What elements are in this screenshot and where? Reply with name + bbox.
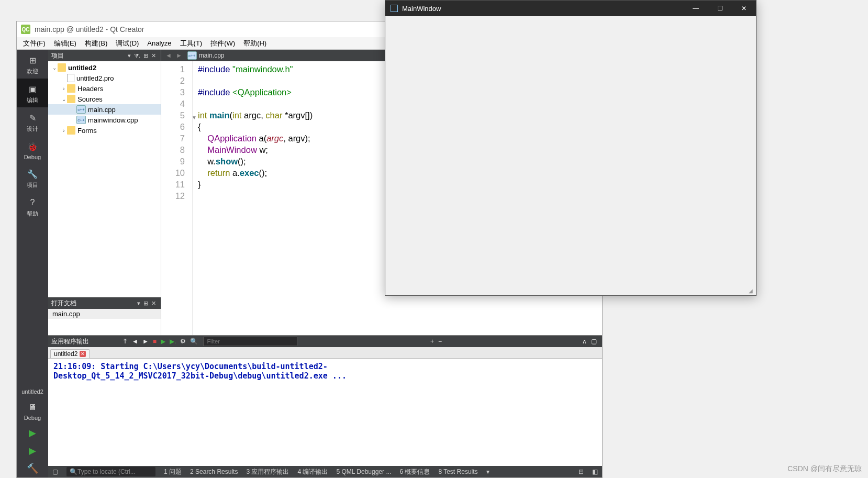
expand-icon[interactable]: › (61, 128, 67, 134)
mode-design-label: 设计 (17, 125, 48, 133)
expand-icon[interactable]: › (61, 86, 67, 92)
sidebar-toggle-icon[interactable]: ◧ (588, 468, 602, 475)
mode-design[interactable]: ✎设计 (17, 107, 48, 136)
mainwindow-client-area[interactable]: ◢ (385, 16, 756, 295)
status-qml[interactable]: 5 QML Debugger ... (332, 468, 395, 475)
menu-file[interactable]: 文件(F) (19, 38, 50, 49)
expand-icon[interactable]: ⌄ (61, 96, 67, 102)
menu-tools[interactable]: 工具(T) (176, 38, 207, 49)
opendocs-title: 打开文档 (51, 299, 76, 308)
mode-debug-label: Debug (17, 154, 48, 160)
chevron-down-icon[interactable]: ▾ (482, 468, 494, 475)
kit-debug[interactable]: 🖥Debug (17, 397, 48, 424)
split-icon[interactable]: ⊞ (142, 300, 150, 307)
mode-edit[interactable]: ▣编辑 (17, 79, 48, 107)
kit-debug-label: Debug (17, 415, 48, 421)
minimize-button[interactable]: — (684, 1, 708, 16)
project-pane: 项目 ▾ ⧩. ⊞ ✕ ⌄untitled2untitled2.pro›Head… (48, 50, 161, 335)
mode-projects[interactable]: 🔧项目 (17, 163, 48, 192)
expand-icon[interactable]: ⌄ (51, 65, 58, 71)
close-button[interactable]: ✕ (732, 1, 756, 16)
split-icon[interactable]: ⊞ (142, 52, 150, 59)
attach-icon[interactable]: ⤒ (120, 338, 130, 345)
line-gutter: 123456789101112 (161, 61, 193, 335)
folder-icon (67, 126, 75, 135)
tree-row[interactable]: ›Forms (48, 125, 161, 136)
grid-icon: ⊞ (26, 54, 39, 66)
output-filter-input[interactable] (203, 337, 297, 346)
dropdown-icon[interactable]: ▾ (126, 52, 132, 59)
mode-welcome[interactable]: ⊞欢迎 (17, 50, 48, 79)
nav-back-icon[interactable]: ◄ (163, 52, 174, 59)
project-pane-title: 项目 (51, 51, 64, 60)
tree-label: Sources (77, 95, 103, 103)
app-icon (391, 5, 398, 12)
tree-label: untitled2.pro (76, 74, 114, 82)
close-pane-icon[interactable]: ✕ (150, 52, 158, 59)
mode-help-label: 帮助 (17, 210, 48, 218)
prev-icon[interactable]: ◄ (130, 338, 140, 345)
tree-row[interactable]: untitled2.pro (48, 73, 161, 83)
dropdown-icon[interactable]: ▾ (136, 300, 142, 307)
tree-label: Forms (77, 127, 97, 135)
mode-debug[interactable]: 🐞Debug (17, 136, 48, 163)
opendoc-item[interactable]: main.cpp (48, 309, 161, 319)
status-compile[interactable]: 4 编译输出 (293, 468, 332, 476)
status-tests[interactable]: 8 Test Results (434, 468, 482, 475)
code-content[interactable]: #include "mainwindow.h" #include <QAppli… (193, 61, 313, 335)
menu-build[interactable]: 构建(B) (81, 38, 112, 49)
tree-row[interactable]: ⌄Sources (48, 94, 161, 104)
fold-marker-icon[interactable]: ▼ (192, 112, 197, 124)
close-tab-icon[interactable]: ✕ (80, 351, 86, 357)
output-tab[interactable]: untitled2 ✕ (50, 349, 90, 358)
stop-icon[interactable]: ■ (151, 338, 159, 345)
qtcreator-title: main.cpp @ untitled2 - Qt Creator (35, 25, 144, 34)
build-button[interactable]: 🔨 (17, 460, 48, 477)
resize-grip-icon[interactable]: ◢ (749, 288, 755, 294)
menu-widgets[interactable]: 控件(W) (206, 38, 239, 49)
rerun-debug-icon[interactable]: ▶. (168, 338, 178, 345)
close-panel-icon[interactable]: ▢ (48, 468, 62, 475)
kit-selector[interactable]: untitled2 (17, 386, 48, 397)
maximize-button[interactable]: ☐ (708, 1, 732, 16)
mode-help[interactable]: ?帮助 (17, 192, 48, 221)
mainwindow-titlebar[interactable]: MainWindow — ☐ ✕ (385, 1, 756, 16)
tree-row[interactable]: ⌄untitled2 (48, 62, 161, 73)
tree-row[interactable]: c++mainwindow.cpp (48, 115, 161, 125)
run-debug-button[interactable]: ▶ (17, 442, 48, 460)
locator-input[interactable]: 🔍 Type to locate (Ctrl... (66, 467, 155, 476)
tree-row[interactable]: c++main.cpp (48, 104, 161, 115)
folder-icon (58, 63, 66, 72)
settings-icon[interactable]: ⚙ (178, 338, 188, 345)
opendocs-list[interactable]: main.cpp (48, 309, 161, 335)
status-general[interactable]: 6 概要信息 (395, 468, 434, 476)
editor-file-selector[interactable]: c++ main.cpp (184, 51, 228, 60)
search-icon: 🔍 (188, 338, 200, 345)
menu-debug[interactable]: 调试(D) (112, 38, 143, 49)
output-header: 应用程序输出 ⤒ ◄ ► ■ ▶ ▶. ⚙ 🔍 + − ∧ ▢ (48, 336, 602, 347)
close-pane-icon[interactable]: ✕ (150, 300, 158, 307)
status-appoutput[interactable]: 3 应用程序输出 (242, 468, 293, 476)
project-pane-header: 项目 ▾ ⧩. ⊞ ✕ (48, 50, 161, 61)
menu-help[interactable]: 帮助(H) (239, 38, 271, 49)
output-text[interactable]: 21:16:09: Starting C:\Users\ycy\Document… (48, 359, 602, 466)
project-tree[interactable]: ⌄untitled2untitled2.pro›Headers⌄Sourcesc… (48, 61, 161, 297)
minus-icon[interactable]: − (436, 338, 444, 345)
menu-analyze[interactable]: Analyze (143, 38, 175, 48)
tree-row[interactable]: ›Headers (48, 83, 161, 94)
nav-forward-icon[interactable]: ► (174, 52, 184, 59)
run-button[interactable]: ▶ (17, 424, 48, 442)
next-icon[interactable]: ► (140, 338, 151, 345)
progress-icon[interactable]: ⊟ (574, 468, 588, 475)
expand-icon[interactable]: ∧ (580, 338, 589, 345)
mainwindow-app[interactable]: MainWindow — ☐ ✕ ◢ (385, 0, 756, 296)
rerun-icon[interactable]: ▶ (159, 338, 168, 345)
filter-icon[interactable]: ⧩. (132, 52, 142, 59)
add-icon[interactable]: + (428, 338, 436, 345)
menu-edit[interactable]: 编辑(E) (50, 38, 81, 49)
status-issues[interactable]: 1 问题 (160, 468, 186, 476)
cpp-icon: c++ (76, 116, 86, 124)
close-output-icon[interactable]: ▢ (589, 338, 599, 345)
status-search[interactable]: 2 Search Results (186, 468, 242, 475)
edit-icon: ▣ (26, 83, 39, 95)
